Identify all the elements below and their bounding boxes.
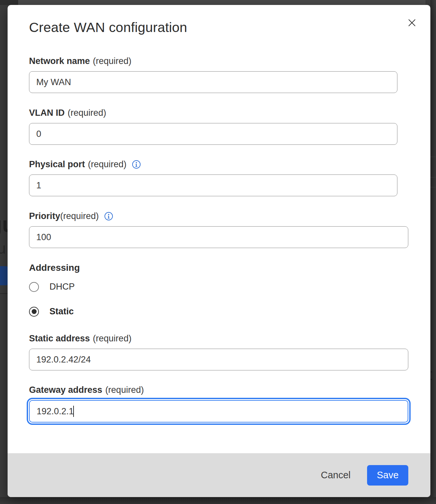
gateway-address-input[interactable]	[29, 400, 408, 423]
required-hint: (required)	[68, 108, 106, 118]
field-priority: Priority (required)	[29, 211, 409, 248]
static-address-input[interactable]	[29, 349, 408, 370]
dialog-footer: Cancel Save	[8, 453, 430, 497]
field-label-text: VLAN ID	[29, 108, 65, 118]
create-wan-dialog: Create WAN configuration Network name (r…	[8, 5, 430, 497]
backdrop-shade	[0, 0, 18, 5]
required-hint: (required)	[93, 333, 132, 344]
backdrop-shade	[430, 0, 436, 504]
radio-label: DHCP	[49, 282, 75, 292]
field-static-address: Static address (required)	[29, 333, 409, 370]
background-divider	[430, 187, 436, 187]
info-icon[interactable]	[104, 212, 113, 221]
field-label: Priority (required)	[29, 211, 409, 221]
radio-label: Static	[49, 306, 74, 317]
background-divider	[430, 157, 436, 157]
text-cursor	[73, 406, 74, 417]
field-label: Gateway address (required)	[29, 385, 409, 395]
field-label: VLAN ID (required)	[29, 108, 409, 118]
field-label: Static address (required)	[29, 333, 409, 344]
field-label-text: Network name	[29, 56, 90, 66]
background-text-fragment: u	[0, 239, 6, 257]
vlan-id-input[interactable]	[29, 123, 397, 145]
field-label-text: Static address	[29, 333, 90, 344]
field-label: Physical port (required)	[29, 159, 409, 170]
radio-selected-icon	[29, 307, 39, 317]
radio-option-dhcp[interactable]: DHCP	[29, 282, 409, 292]
close-button[interactable]	[406, 17, 418, 29]
backdrop-shade	[18, 0, 425, 5]
cancel-button[interactable]: Cancel	[321, 470, 351, 481]
network-name-input[interactable]	[29, 71, 397, 93]
physical-port-input[interactable]	[29, 174, 397, 196]
backdrop-shade	[0, 497, 436, 504]
dialog-title: Create WAN configuration	[29, 20, 409, 35]
field-label-text: Priority	[29, 211, 60, 221]
field-vlan-id: VLAN ID (required)	[29, 108, 409, 145]
field-label-text: Gateway address	[29, 385, 102, 395]
background-button-fragment	[0, 266, 8, 285]
save-button[interactable]: Save	[367, 465, 408, 486]
field-label-text: Physical port	[29, 159, 85, 170]
radio-option-static[interactable]: Static	[29, 306, 409, 317]
required-hint: (required)	[93, 56, 132, 66]
field-gateway-address: Gateway address (required)	[29, 385, 409, 423]
radio-unselected-icon	[29, 282, 39, 292]
gateway-address-focus-ring	[29, 400, 408, 423]
required-hint: (required)	[88, 159, 127, 170]
info-icon[interactable]	[132, 160, 141, 169]
field-network-name: Network name (required)	[29, 56, 409, 93]
addressing-heading: Addressing	[29, 263, 409, 273]
background-divider	[0, 293, 8, 294]
field-label: Network name (required)	[29, 56, 409, 66]
field-physical-port: Physical port (required)	[29, 159, 409, 196]
background-divider	[430, 177, 436, 177]
priority-input[interactable]	[29, 226, 408, 248]
close-icon	[407, 17, 417, 28]
required-hint: (required)	[60, 211, 99, 221]
required-hint: (required)	[105, 385, 144, 395]
